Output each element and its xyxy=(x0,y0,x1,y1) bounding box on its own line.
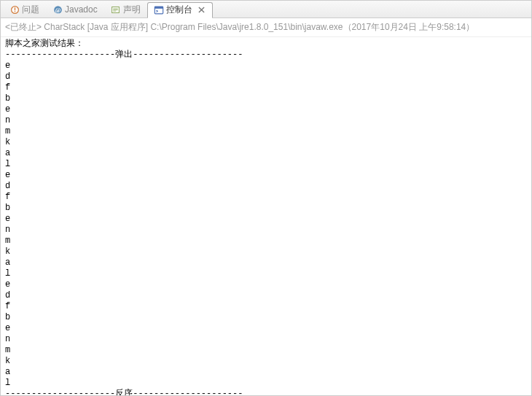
svg-rect-1 xyxy=(14,7,15,10)
svg-rect-2 xyxy=(14,11,15,12)
close-icon[interactable] xyxy=(197,6,206,15)
console-icon xyxy=(154,5,164,15)
tab-javadoc[interactable]: @ Javadoc xyxy=(46,1,104,18)
tab-declaration[interactable]: 声明 xyxy=(104,1,147,18)
tab-bar: 问题 @ Javadoc 声明 控制台 xyxy=(1,1,531,18)
javadoc-icon: @ xyxy=(52,4,63,15)
tab-console-label: 控制台 xyxy=(166,4,192,16)
problems-icon xyxy=(9,4,20,15)
tab-javadoc-label: Javadoc xyxy=(65,4,98,15)
tab-declaration-label: 声明 xyxy=(123,4,141,16)
declaration-icon xyxy=(111,4,121,15)
tab-problems[interactable]: 问题 xyxy=(3,1,46,18)
tab-console[interactable]: 控制台 xyxy=(147,2,213,18)
svg-text:@: @ xyxy=(55,7,60,13)
svg-rect-10 xyxy=(154,7,163,9)
terminated-status: <已终止> CharStack [Java 应用程序] C:\Program F… xyxy=(1,18,531,37)
console-output: 脚本之家测试结果： ---------------------弹出-------… xyxy=(1,37,531,396)
tab-problems-label: 问题 xyxy=(22,4,39,16)
